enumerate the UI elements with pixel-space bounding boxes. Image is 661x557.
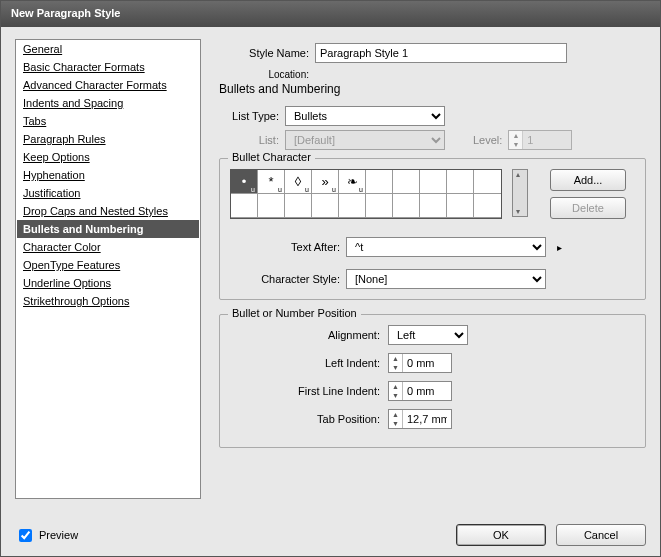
preview-label: Preview xyxy=(39,529,78,541)
list-select: [Default] xyxy=(285,130,445,150)
sidebar-item[interactable]: Indents and Spacing xyxy=(17,94,199,112)
spin-up-icon: ▲ xyxy=(509,131,522,140)
sidebar-item[interactable]: OpenType Features xyxy=(17,256,199,274)
delete-bullet-button: Delete xyxy=(550,197,626,219)
alignment-label: Alignment: xyxy=(230,329,380,341)
sidebar-item[interactable]: Drop Caps and Nested Styles xyxy=(17,202,199,220)
spin-up-icon[interactable]: ▲ xyxy=(389,354,402,363)
first-line-indent-spinner[interactable]: ▲▼ xyxy=(388,381,452,401)
location-label: Location: xyxy=(219,69,309,80)
bullet-char-cell[interactable] xyxy=(339,194,366,218)
list-type-label: List Type: xyxy=(219,110,279,122)
bullet-char-cell[interactable] xyxy=(366,194,393,218)
sidebar-item[interactable]: General xyxy=(17,40,199,58)
sidebar-item[interactable]: Advanced Character Formats xyxy=(17,76,199,94)
bullet-char-cell[interactable] xyxy=(474,170,501,194)
bullet-char-cell[interactable] xyxy=(366,170,393,194)
spin-down-icon[interactable]: ▼ xyxy=(389,363,402,372)
bullet-char-cell[interactable] xyxy=(420,170,447,194)
sidebar-item[interactable]: Justification xyxy=(17,184,199,202)
sidebar-item[interactable]: Basic Character Formats xyxy=(17,58,199,76)
bullet-char-cell[interactable]: •u xyxy=(231,170,258,194)
bullet-character-group: Bullet Character •u*u◊u»u❧u Add... Delet… xyxy=(219,158,646,300)
sidebar-item[interactable]: Tabs xyxy=(17,112,199,130)
text-after-select[interactable]: ^t xyxy=(346,237,546,257)
first-line-indent-label: First Line Indent: xyxy=(230,385,380,397)
bullet-char-cell[interactable]: *u xyxy=(258,170,285,194)
position-group: Bullet or Number Position Alignment: Lef… xyxy=(219,314,646,448)
section-title: Bullets and Numbering xyxy=(219,82,646,96)
tab-position-value[interactable] xyxy=(403,410,451,428)
spin-up-icon[interactable]: ▲ xyxy=(389,382,402,391)
add-bullet-button[interactable]: Add... xyxy=(550,169,626,191)
unicode-indicator-icon: u xyxy=(278,186,282,193)
unicode-indicator-icon: u xyxy=(359,186,363,193)
bullet-char-cell[interactable]: »u xyxy=(312,170,339,194)
style-name-input[interactable] xyxy=(315,43,567,63)
character-style-select[interactable]: [None] xyxy=(346,269,546,289)
titlebar: New Paragraph Style xyxy=(1,1,660,27)
bullet-char-cell[interactable] xyxy=(447,170,474,194)
list-label: List: xyxy=(219,134,279,146)
sidebar-item[interactable]: Bullets and Numbering xyxy=(17,220,199,238)
spin-up-icon[interactable]: ▲ xyxy=(389,410,402,419)
text-after-label: Text After: xyxy=(230,241,340,253)
sidebar-item[interactable]: Keep Options xyxy=(17,148,199,166)
dialog-window: New Paragraph Style GeneralBasic Charact… xyxy=(0,0,661,557)
bullet-char-cell[interactable]: ◊u xyxy=(285,170,312,194)
cancel-button[interactable]: Cancel xyxy=(556,524,646,546)
position-legend: Bullet or Number Position xyxy=(228,307,361,319)
bullet-char-cell[interactable] xyxy=(420,194,447,218)
unicode-indicator-icon: u xyxy=(305,186,309,193)
bullet-char-cell[interactable] xyxy=(312,194,339,218)
unicode-indicator-icon: u xyxy=(332,186,336,193)
sidebar-item[interactable]: Hyphenation xyxy=(17,166,199,184)
level-label: Level: xyxy=(473,134,502,146)
dialog-footer: Preview OK Cancel xyxy=(15,524,646,546)
level-spinner: ▲▼ xyxy=(508,130,572,150)
tab-position-label: Tab Position: xyxy=(230,413,380,425)
main-panel: Style Name: Location: Bullets and Number… xyxy=(219,39,646,499)
text-after-flyout-icon[interactable]: ▸ xyxy=(552,237,566,257)
bullet-char-cell[interactable] xyxy=(447,194,474,218)
bullet-char-cell[interactable] xyxy=(258,194,285,218)
bullet-character-grid[interactable]: •u*u◊u»u❧u xyxy=(230,169,502,219)
first-line-indent-value[interactable] xyxy=(403,382,451,400)
sidebar-item[interactable]: Character Color xyxy=(17,238,199,256)
level-value xyxy=(523,131,571,149)
unicode-indicator-icon: u xyxy=(251,186,255,193)
left-indent-value[interactable] xyxy=(403,354,451,372)
preview-checkbox-wrap[interactable]: Preview xyxy=(15,526,78,545)
sidebar-item[interactable]: Underline Options xyxy=(17,274,199,292)
tab-position-spinner[interactable]: ▲▼ xyxy=(388,409,452,429)
bullet-char-cell[interactable] xyxy=(285,194,312,218)
sidebar-item[interactable]: Paragraph Rules xyxy=(17,130,199,148)
spin-down-icon[interactable]: ▼ xyxy=(389,419,402,428)
preview-checkbox[interactable] xyxy=(19,529,32,542)
bullet-char-cell[interactable] xyxy=(393,170,420,194)
left-indent-label: Left Indent: xyxy=(230,357,380,369)
character-style-label: Character Style: xyxy=(230,273,340,285)
bullet-char-cell[interactable] xyxy=(393,194,420,218)
list-type-select[interactable]: Bullets xyxy=(285,106,445,126)
left-indent-spinner[interactable]: ▲▼ xyxy=(388,353,452,373)
sidebar-item[interactable]: Strikethrough Options xyxy=(17,292,199,310)
spin-down-icon: ▼ xyxy=(509,140,522,149)
category-sidebar[interactable]: GeneralBasic Character FormatsAdvanced C… xyxy=(15,39,201,499)
bullet-character-legend: Bullet Character xyxy=(228,151,315,163)
bullet-char-cell[interactable] xyxy=(474,194,501,218)
spin-down-icon[interactable]: ▼ xyxy=(389,391,402,400)
grid-scrollbar[interactable] xyxy=(512,169,528,217)
style-name-label: Style Name: xyxy=(219,47,309,59)
dialog-content: GeneralBasic Character FormatsAdvanced C… xyxy=(1,27,660,556)
bullet-char-cell[interactable]: ❧u xyxy=(339,170,366,194)
ok-button[interactable]: OK xyxy=(456,524,546,546)
bullet-char-cell[interactable] xyxy=(231,194,258,218)
alignment-select[interactable]: Left xyxy=(388,325,468,345)
window-title: New Paragraph Style xyxy=(11,7,120,19)
